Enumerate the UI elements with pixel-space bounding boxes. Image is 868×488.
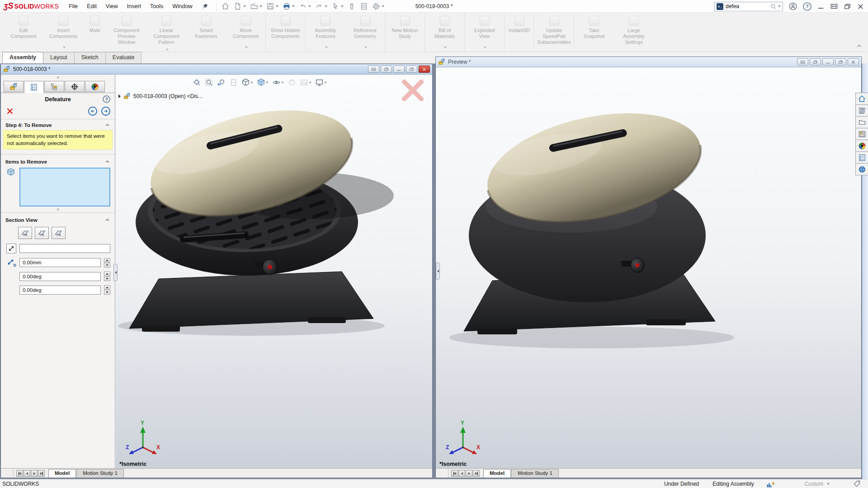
model-tab[interactable]: Model [48,469,76,478]
items-to-remove-group-header[interactable]: Items to Remove [1,156,115,166]
tab-assembly[interactable]: Assembly [2,52,43,63]
ribbon-exploded-view[interactable]: Exploded View [465,13,505,52]
minimize-app-button[interactable] [817,3,825,10]
restore-doc-button[interactable] [835,58,846,66]
menu-edit[interactable]: Edit [82,0,101,13]
file-properties-button[interactable] [358,1,370,12]
restore-doc-button[interactable] [406,66,417,73]
preview-viewport[interactable]: Y X Z *Isometric [436,67,861,468]
section-reference-field[interactable] [19,244,110,253]
group-splitter-handle[interactable] [57,208,59,211]
save-button[interactable] [264,1,280,12]
first-tab-button[interactable] [451,470,458,477]
rebuild-button[interactable] [346,1,358,12]
splitter-grip[interactable] [1,469,14,478]
offset-distance-field[interactable]: 0.00mm [19,258,101,267]
search-icon[interactable] [770,3,781,10]
section-plane3-button[interactable] [52,227,66,239]
command-search-input[interactable]: >_ defea [714,2,783,11]
taskpane-view-palette-icon[interactable] [855,128,868,140]
menu-tools[interactable]: Tools [146,0,168,13]
splitter-grip[interactable] [436,469,448,478]
previous-view-icon[interactable] [217,78,226,87]
next-tab-button[interactable] [31,470,38,477]
help-icon[interactable]: ? [803,2,811,11]
menu-view[interactable]: View [101,0,123,13]
step4-group-header[interactable]: Step 4: To Remove [1,119,115,130]
pane-collapse-handle[interactable] [436,263,440,280]
motion-study-tab[interactable]: Motion Study 1 [511,469,559,478]
section-view-group-header[interactable]: Section View [1,214,115,225]
motion-study-tab[interactable]: Motion Study 1 [76,469,124,478]
close-doc-button[interactable] [848,58,859,66]
user-account-icon[interactable] [788,2,797,11]
ribbon-bill-of-materials[interactable]: Bill of Materials [425,13,465,52]
configurationmanager-tab[interactable] [44,81,64,92]
view-settings-icon[interactable] [315,78,327,87]
pin-menu-icon[interactable] [202,3,209,10]
displaymanager-tab[interactable] [85,81,105,92]
taskpane-appearances-icon[interactable] [855,140,868,152]
minimize-doc-button[interactable] [393,66,405,73]
configuration-selector[interactable]: Custom [798,481,836,487]
view-orientation-icon[interactable] [241,78,253,87]
section-view-icon[interactable] [229,78,238,87]
ribbon-move-component[interactable]: Move Component [226,13,266,52]
ribbon-reference-geometry[interactable]: Reference Geometry [345,13,385,52]
prev-tab-button[interactable] [458,470,465,477]
dock-right-button[interactable] [381,66,392,73]
model-window-titlebar[interactable]: 500-018-0003 * [1,64,432,75]
zoom-to-fit-icon[interactable] [193,78,201,87]
ribbon-new-motion-study[interactable]: New Motion Study [385,13,425,52]
redo-button[interactable] [313,1,329,12]
close-app-button[interactable] [857,3,864,10]
ribbon-instant3d[interactable]: Instant3D [505,13,534,52]
prev-tab-button[interactable] [24,470,30,477]
model-tab[interactable]: Model [483,469,511,478]
model-viewport[interactable]: 500-018-0003 (Open) <Dis... Y X Z *Isome… [116,75,432,468]
close-doc-button[interactable] [419,66,430,73]
ribbon-mate[interactable]: Mate [83,13,107,52]
ribbon-update-speedpak[interactable]: Update SpeedPak Subassemblies [534,13,574,52]
taskpane-file-explorer-icon[interactable] [855,116,868,128]
back-step-button[interactable] [88,107,97,116]
options-gear-button[interactable] [370,1,386,12]
tab-sketch[interactable]: Sketch [74,52,106,63]
expand-arrow-icon[interactable] [118,94,121,98]
x-rotation-field[interactable]: 0.00deg [19,272,101,281]
select-cursor-button[interactable] [330,1,345,12]
dock-left-button[interactable] [797,58,808,66]
dock-left-button[interactable] [368,66,379,73]
offset-distance-stepper[interactable] [104,258,110,267]
section-plane1-button[interactable] [18,227,32,239]
edit-appearance-icon[interactable] [288,78,296,87]
ribbon-edit-component[interactable]: Edit Component [4,13,43,52]
dock-right-button[interactable] [810,58,821,66]
home-button[interactable] [219,1,231,12]
x-rotation-stepper[interactable] [104,272,110,281]
y-rotation-field[interactable]: 0.00deg [19,286,101,295]
tab-layout[interactable]: Layout [43,52,75,63]
ribbon-assembly-features[interactable]: Assembly Features [306,13,345,52]
display-style-icon[interactable] [257,78,269,87]
tag-icon[interactable] [848,480,866,488]
last-tab-button[interactable] [38,470,45,477]
ribbon-linear-component-pattern[interactable]: Linear Component Pattern [146,13,186,52]
next-step-button[interactable] [101,107,110,116]
resize-span-button[interactable] [830,2,838,10]
menu-file[interactable]: File [64,0,82,13]
hide-show-items-icon[interactable] [272,78,284,87]
ribbon-collapse-chevron[interactable] [856,42,863,49]
panel-splitter-handle[interactable] [57,76,59,79]
ribbon-insert-components[interactable]: Insert Components [43,13,83,52]
performance-warning-icon[interactable] [761,480,780,488]
zoom-to-area-icon[interactable] [205,78,213,87]
preview-window-titlebar[interactable]: Preview * [436,57,861,67]
ribbon-show-hidden-components[interactable]: Show Hidden Components [266,13,306,52]
open-file-button[interactable] [248,1,264,12]
menu-insert[interactable]: Insert [123,0,146,13]
minimize-doc-button[interactable] [822,58,834,66]
ribbon-take-snapshot[interactable]: Take Snapshot [574,13,614,52]
restore-app-button[interactable] [844,3,851,10]
y-rotation-stepper[interactable] [104,285,110,295]
